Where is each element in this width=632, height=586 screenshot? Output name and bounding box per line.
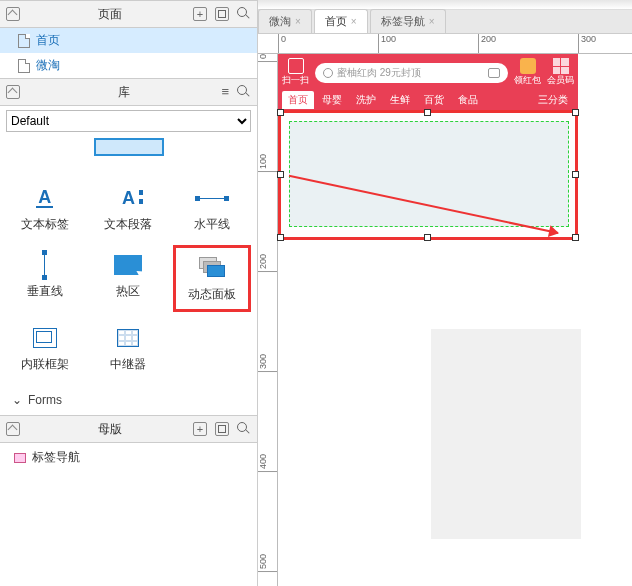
page-item-home[interactable]: 首页 [0, 28, 257, 53]
widget-repeater[interactable]: 中继器 [90, 318, 168, 379]
nav-item[interactable]: 百货 [418, 91, 450, 109]
widget-hline[interactable]: 水平线 [173, 178, 251, 239]
search-input[interactable]: 蜜柚红肉 29元封顶 [315, 63, 508, 83]
close-icon[interactable]: × [429, 16, 435, 27]
search-library-icon[interactable] [237, 85, 251, 99]
master-icon [14, 453, 26, 463]
add-page-icon[interactable] [193, 7, 207, 21]
pages-title: 页面 [26, 6, 193, 23]
add-master-icon[interactable] [193, 422, 207, 436]
redpack-button[interactable]: 领红包 [514, 58, 541, 87]
masters-title: 母版 [26, 421, 193, 438]
placeholder-box [431, 329, 581, 539]
page-tree: 首页 微淘 [0, 28, 257, 78]
mock-header: 扫一扫 蜜柚红肉 29元封顶 领红包 会员码 首页 母婴 洗护 生鲜 [278, 54, 578, 113]
canvas-tabs: 微淘× 首页× 标签导航× [258, 10, 632, 34]
nav-item[interactable]: 食品 [452, 91, 484, 109]
library-title: 库 [26, 84, 221, 101]
widget-preview [6, 138, 251, 166]
canvas[interactable]: 0 100 200 300 400 500 扫一扫 蜜柚红肉 29元封顶 [258, 54, 632, 586]
library-select[interactable]: Default [6, 110, 251, 132]
membercode-button[interactable]: 会员码 [547, 58, 574, 87]
camera-icon [488, 68, 500, 78]
nav-item[interactable]: 母婴 [316, 91, 348, 109]
pin-icon[interactable] [6, 85, 20, 99]
pages-panel-header: 页面 [0, 0, 257, 28]
pin-icon[interactable] [6, 7, 20, 21]
nav-more[interactable]: 三分类 [532, 91, 574, 109]
page-icon [18, 34, 30, 48]
widget-text-label[interactable]: A 文本标签 [6, 178, 84, 239]
ruler-horizontal: 0 100 200 300 [258, 34, 632, 54]
widget-text-paragraph[interactable]: A 文本段落 [90, 178, 168, 239]
selected-widget[interactable] [278, 110, 578, 240]
nav-item[interactable]: 生鲜 [384, 91, 416, 109]
widget-vline[interactable]: 垂直线 [6, 245, 84, 312]
search-pages-icon[interactable] [237, 7, 251, 21]
folder-master-icon[interactable] [215, 422, 229, 436]
tab-tabnav[interactable]: 标签导航× [370, 9, 446, 33]
nav-item[interactable]: 首页 [282, 91, 314, 109]
menu-icon[interactable]: ≡ [221, 85, 229, 99]
scan-button[interactable]: 扫一扫 [282, 58, 309, 87]
nav-item[interactable]: 洗护 [350, 91, 382, 109]
search-icon [323, 68, 333, 78]
library-panel-header: 库 ≡ [0, 78, 257, 106]
tab-weitao[interactable]: 微淘× [258, 9, 312, 33]
widget-hotspot[interactable]: 热区 [90, 245, 168, 312]
pin-icon[interactable] [6, 422, 20, 436]
forms-section-toggle[interactable]: Forms [0, 385, 257, 415]
widget-dynamic-panel[interactable]: 动态面板 [173, 245, 251, 312]
close-icon[interactable]: × [295, 16, 301, 27]
folder-icon[interactable] [215, 7, 229, 21]
ruler-vertical: 0 100 200 300 400 500 [258, 54, 278, 586]
masters-list: 标签导航 [0, 443, 257, 472]
master-item-tabnav[interactable]: 标签导航 [14, 449, 243, 466]
search-masters-icon[interactable] [237, 422, 251, 436]
widget-iframe[interactable]: 内联框架 [6, 318, 84, 379]
widget-grid: A 文本标签 A 文本段落 水平线 垂直线 热区 动态面板 [0, 172, 257, 385]
masters-panel-header: 母版 [0, 415, 257, 443]
page-item-weitao[interactable]: 微淘 [0, 53, 257, 78]
page-icon [18, 59, 30, 73]
tab-home[interactable]: 首页× [314, 9, 368, 33]
mock-nav: 首页 母婴 洗护 生鲜 百货 食品 三分类 [282, 91, 574, 109]
close-icon[interactable]: × [351, 16, 357, 27]
